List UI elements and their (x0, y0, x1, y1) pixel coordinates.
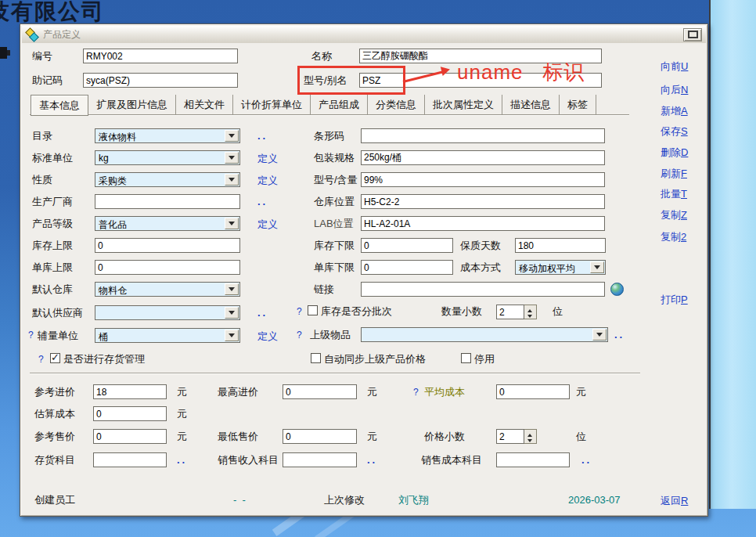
batch-checkbox[interactable] (308, 305, 318, 315)
sync-parent-price-checkbox[interactable] (311, 353, 321, 363)
max-buy-input[interactable] (283, 384, 357, 399)
chevron-down-icon[interactable] (225, 130, 239, 142)
inventory-manage-checkbox[interactable] (50, 353, 60, 363)
annotation-text: uname 标识 (457, 59, 585, 86)
nature-combo[interactable]: 采购类 (95, 172, 240, 187)
aux-unit-help[interactable]: ? (28, 330, 34, 341)
batch-button[interactable]: 批量T (661, 187, 704, 201)
default-supplier-label: 默认供应商 (32, 307, 83, 319)
manufacturer-browse-link[interactable]: .. (257, 196, 268, 207)
batch-help[interactable]: ? (297, 306, 302, 317)
code-input[interactable] (83, 49, 238, 63)
est-cost-input[interactable] (93, 406, 167, 421)
stepper-down-icon[interactable] (524, 312, 536, 319)
cost-account-input[interactable] (496, 452, 570, 467)
catalog-browse-link[interactable]: .. (257, 130, 268, 142)
qty-decimal-unit: 位 (553, 305, 563, 317)
tab-related-files[interactable]: 相关文件 (176, 95, 233, 114)
refresh-button[interactable]: 刷新F (661, 167, 704, 181)
stock-lower-input[interactable] (361, 238, 453, 253)
chevron-down-icon[interactable] (592, 329, 607, 341)
model-content-input[interactable] (361, 172, 605, 187)
mnemonic-input[interactable] (83, 73, 238, 88)
warehouse-upper-input[interactable] (95, 260, 240, 275)
stepper-up-icon[interactable] (524, 430, 536, 437)
grade-define-link[interactable]: 定义 (257, 218, 278, 232)
dialog-titlebar[interactable]: 产品定义 (22, 26, 706, 43)
tab-description[interactable]: 描述信息 (502, 95, 560, 114)
background-window-panel (709, 0, 756, 509)
default-supplier-combo[interactable] (95, 305, 240, 320)
std-unit-define-link[interactable]: 定义 (257, 152, 278, 166)
link-input[interactable] (361, 282, 605, 297)
std-unit-combo[interactable]: kg (95, 150, 240, 165)
chevron-down-icon[interactable] (225, 174, 239, 186)
next-button[interactable]: 向后N (661, 83, 704, 97)
disable-checkbox[interactable] (461, 353, 471, 363)
ref-sell-input[interactable] (93, 429, 167, 444)
avg-cost-help[interactable]: ? (413, 387, 419, 398)
tab-product-composition[interactable]: 产品组成 (311, 95, 368, 114)
warehouse-lower-input[interactable] (361, 260, 453, 275)
income-account-input[interactable] (283, 452, 357, 467)
chevron-down-icon[interactable] (225, 330, 239, 341)
warehouse-location-input[interactable] (361, 194, 605, 209)
default-supplier-browse-link[interactable]: .. (257, 307, 268, 319)
chevron-down-icon[interactable] (225, 283, 239, 295)
cost-method-combo[interactable]: 移动加权平均 (515, 260, 606, 275)
tab-extend-images[interactable]: 扩展及图片信息 (88, 95, 176, 114)
parent-item-browse-link[interactable]: .. (614, 329, 625, 341)
stepper-buttons[interactable] (524, 305, 537, 319)
stock-account-browse-link[interactable]: .. (177, 454, 187, 466)
stepper-buttons[interactable] (524, 429, 537, 444)
return-button[interactable]: 返回R (661, 494, 704, 508)
tab-unit-conversion[interactable]: 计价折算单位 (233, 95, 311, 114)
shelf-life-input[interactable] (515, 238, 606, 253)
chevron-down-icon[interactable] (225, 218, 239, 229)
grade-combo[interactable]: 普化品 (95, 216, 240, 231)
tab-basic-info[interactable]: 基本信息 (31, 95, 88, 116)
stock-upper-input[interactable] (95, 238, 240, 253)
qty-decimal-input[interactable] (496, 305, 524, 319)
std-unit-value: kg (99, 153, 109, 164)
default-warehouse-combo[interactable]: 物料仓 (95, 282, 240, 297)
nature-define-link[interactable]: 定义 (257, 174, 278, 188)
parent-item-help[interactable]: ? (297, 330, 302, 341)
tab-labels[interactable]: 标签 (560, 95, 596, 114)
delete-button[interactable]: 删除D (661, 146, 704, 160)
aux-unit-define-link[interactable]: 定义 (257, 330, 278, 344)
stock-account-input[interactable] (93, 452, 167, 467)
income-account-browse-link[interactable]: .. (367, 454, 377, 466)
price-decimal-stepper[interactable] (496, 429, 537, 444)
chevron-down-icon[interactable] (225, 152, 239, 164)
avg-cost-input[interactable] (496, 384, 570, 399)
stepper-down-icon[interactable] (524, 437, 536, 444)
aux-unit-combo[interactable]: 桶 (95, 328, 240, 343)
copy2-button[interactable]: 复制2 (661, 230, 704, 244)
chevron-down-icon[interactable] (590, 261, 604, 273)
inventory-manage-help[interactable]: ? (38, 354, 44, 365)
stepper-up-icon[interactable] (524, 305, 536, 312)
cost-account-browse-link[interactable]: .. (581, 454, 592, 466)
prev-button[interactable]: 向前U (661, 59, 704, 74)
ref-buy-input[interactable] (93, 384, 167, 399)
tab-classification[interactable]: 分类信息 (368, 95, 425, 114)
add-button[interactable]: 新增A (661, 104, 704, 118)
globe-icon[interactable] (610, 283, 624, 296)
qty-decimal-stepper[interactable] (496, 305, 537, 319)
copy1-button[interactable]: 复制Z (661, 208, 704, 222)
lab-location-input[interactable] (361, 216, 605, 231)
package-spec-input[interactable] (361, 150, 605, 165)
print-button[interactable]: 打印P (661, 293, 704, 307)
ref-sell-unit: 元 (177, 431, 187, 442)
chevron-down-icon[interactable] (225, 307, 239, 319)
window-control-button[interactable] (683, 28, 702, 41)
catalog-combo[interactable]: 液体物料 (95, 128, 240, 143)
manufacturer-input[interactable] (95, 194, 240, 209)
min-sell-input[interactable] (283, 429, 357, 444)
save-button[interactable]: 保存S (661, 124, 704, 139)
price-decimal-input[interactable] (496, 429, 524, 444)
barcode-input[interactable] (361, 128, 605, 143)
tab-batch-attributes[interactable]: 批次属性定义 (425, 95, 502, 114)
parent-item-combo[interactable] (361, 327, 608, 342)
